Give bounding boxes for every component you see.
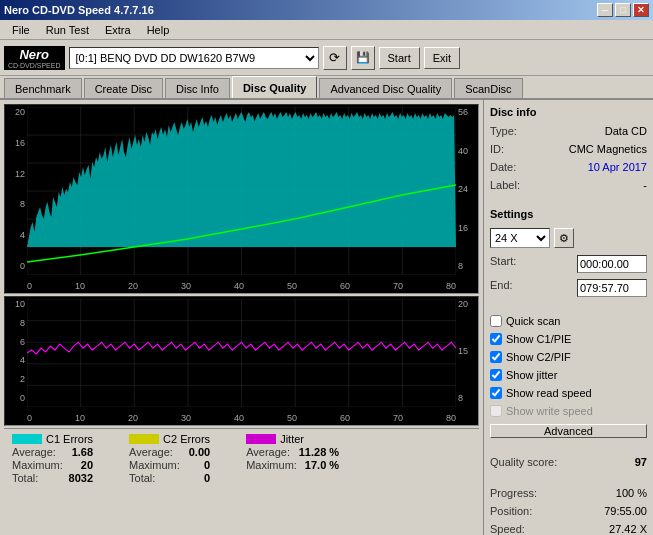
chart-bottom-x: 0 10 20 30 40 50 60 70 80 xyxy=(27,413,456,423)
advanced-button[interactable]: Advanced xyxy=(490,424,647,438)
tab-disc-info[interactable]: Disc Info xyxy=(165,78,230,98)
show-c1-label: Show C1/PIE xyxy=(506,333,571,345)
chart-top-plot xyxy=(27,107,456,275)
save-button[interactable]: 💾 xyxy=(351,46,375,70)
chart-bottom: 10 8 6 4 2 0 20 15 8 xyxy=(4,296,479,426)
show-jitter-label: Show jitter xyxy=(506,369,557,381)
close-button[interactable]: ✕ xyxy=(633,3,649,17)
tab-disc-quality[interactable]: Disc Quality xyxy=(232,76,318,98)
checkbox-c2-pif: Show C2/PIF xyxy=(490,351,647,363)
show-c1-checkbox[interactable] xyxy=(490,333,502,345)
speed-label: Speed: xyxy=(490,523,525,535)
legend-jitter: Jitter Average: 11.28 % Maximum: 17.0 % xyxy=(246,433,339,471)
checkbox-write-speed: Show write speed xyxy=(490,405,647,417)
chart-top-y-right: 56 40 24 16 8 xyxy=(456,105,478,273)
legend-c1: C1 Errors Average: 1.68 Maximum: 20 Tota… xyxy=(12,433,93,484)
disc-id-value: CMC Magnetics xyxy=(569,143,647,155)
progress-value: 100 % xyxy=(616,487,647,499)
tab-advanced-disc-quality[interactable]: Advanced Disc Quality xyxy=(319,78,452,98)
chart-bottom-y-right: 20 15 8 xyxy=(456,297,478,405)
quality-score-label: Quality score: xyxy=(490,456,557,468)
disc-type-value: Data CD xyxy=(605,125,647,137)
title-bar-title: Nero CD-DVD Speed 4.7.7.16 xyxy=(4,4,154,16)
disc-id-row: ID: CMC Magnetics xyxy=(490,143,647,155)
refresh-button[interactable]: ⟳ xyxy=(323,46,347,70)
legend-jitter-label: Jitter xyxy=(280,433,304,445)
minimize-button[interactable]: ─ xyxy=(597,3,613,17)
main-content: 20 16 12 8 4 0 56 40 24 16 8 xyxy=(0,100,653,535)
legend-c1-label: C1 Errors xyxy=(46,433,93,445)
quick-scan-checkbox[interactable] xyxy=(490,315,502,327)
tab-scandisc[interactable]: ScanDisc xyxy=(454,78,522,98)
show-c2-checkbox[interactable] xyxy=(490,351,502,363)
menu-file[interactable]: File xyxy=(4,23,38,37)
end-field[interactable] xyxy=(577,279,647,297)
quality-score-value: 97 xyxy=(635,456,647,468)
show-read-speed-checkbox[interactable] xyxy=(490,387,502,399)
chart-top-y-left: 20 16 12 8 4 0 xyxy=(5,105,27,273)
disc-id-label: ID: xyxy=(490,143,504,155)
speed-value: 27.42 X xyxy=(609,523,647,535)
tab-create-disc[interactable]: Create Disc xyxy=(84,78,163,98)
legend-c2-label: C2 Errors xyxy=(163,433,210,445)
title-bar-controls: ─ □ ✕ xyxy=(597,3,649,17)
start-label: Start: xyxy=(490,255,516,273)
menu-help[interactable]: Help xyxy=(139,23,178,37)
checkbox-quick-scan: Quick scan xyxy=(490,315,647,327)
drive-select[interactable]: [0:1] BENQ DVD DD DW1620 B7W9 xyxy=(69,47,319,69)
legend-c2-color xyxy=(129,434,159,444)
disc-label-row: Label: - xyxy=(490,179,647,191)
disc-date-row: Date: 10 Apr 2017 xyxy=(490,161,647,173)
quality-score-row: Quality score: 97 xyxy=(490,456,647,468)
info-panel: Disc info Type: Data CD ID: CMC Magnetic… xyxy=(483,100,653,535)
app-title: Nero CD-DVD Speed 4.7.7.16 xyxy=(4,4,154,16)
toolbar: Nero CD·DVD/SPEED [0:1] BENQ DVD DD DW16… xyxy=(0,40,653,76)
progress-label: Progress: xyxy=(490,487,537,499)
disc-info-title: Disc info xyxy=(490,106,647,118)
show-write-speed-checkbox[interactable] xyxy=(490,405,502,417)
end-label: End: xyxy=(490,279,513,297)
show-write-speed-label: Show write speed xyxy=(506,405,593,417)
chart-bottom-y-left: 10 8 6 4 2 0 xyxy=(5,297,27,405)
legend-area: C1 Errors Average: 1.68 Maximum: 20 Tota… xyxy=(4,428,479,488)
position-row: Position: 79:55.00 xyxy=(490,505,647,517)
legend-c1-color xyxy=(12,434,42,444)
legend-jitter-color xyxy=(246,434,276,444)
settings-icon-btn[interactable]: ⚙ xyxy=(554,228,574,248)
tab-benchmark[interactable]: Benchmark xyxy=(4,78,82,98)
menu-bar: File Run Test Extra Help xyxy=(0,20,653,40)
progress-row: Progress: 100 % xyxy=(490,487,647,499)
disc-date-value: 10 Apr 2017 xyxy=(588,161,647,173)
maximize-button[interactable]: □ xyxy=(615,3,631,17)
speed-row: 24 X ⚙ xyxy=(490,228,647,248)
menu-extra[interactable]: Extra xyxy=(97,23,139,37)
position-label: Position: xyxy=(490,505,532,517)
chart-top: 20 16 12 8 4 0 56 40 24 16 8 xyxy=(4,104,479,294)
exit-button[interactable]: Exit xyxy=(424,47,460,69)
quick-scan-label: Quick scan xyxy=(506,315,560,327)
start-button[interactable]: Start xyxy=(379,47,420,69)
position-value: 79:55.00 xyxy=(604,505,647,517)
start-row: Start: xyxy=(490,255,647,273)
chart-bottom-plot xyxy=(27,299,456,407)
chart-area: 20 16 12 8 4 0 56 40 24 16 8 xyxy=(0,100,483,535)
tabs: Benchmark Create Disc Disc Info Disc Qua… xyxy=(0,76,653,100)
show-jitter-checkbox[interactable] xyxy=(490,369,502,381)
disc-label-value: - xyxy=(643,179,647,191)
end-row: End: xyxy=(490,279,647,297)
disc-type-label: Type: xyxy=(490,125,517,137)
checkbox-jitter: Show jitter xyxy=(490,369,647,381)
menu-run-test[interactable]: Run Test xyxy=(38,23,97,37)
disc-label-label: Label: xyxy=(490,179,520,191)
speed-row-2: Speed: 27.42 X xyxy=(490,523,647,535)
disc-date-label: Date: xyxy=(490,161,516,173)
speed-select[interactable]: 24 X xyxy=(490,228,550,248)
start-field[interactable] xyxy=(577,255,647,273)
show-c2-label: Show C2/PIF xyxy=(506,351,571,363)
nero-logo: Nero CD·DVD/SPEED xyxy=(4,46,65,70)
checkbox-read-speed: Show read speed xyxy=(490,387,647,399)
disc-type-row: Type: Data CD xyxy=(490,125,647,137)
legend-c2: C2 Errors Average: 0.00 Maximum: 0 Total… xyxy=(129,433,210,484)
settings-title: Settings xyxy=(490,208,647,220)
chart-top-x: 0 10 20 30 40 50 60 70 80 xyxy=(27,281,456,291)
